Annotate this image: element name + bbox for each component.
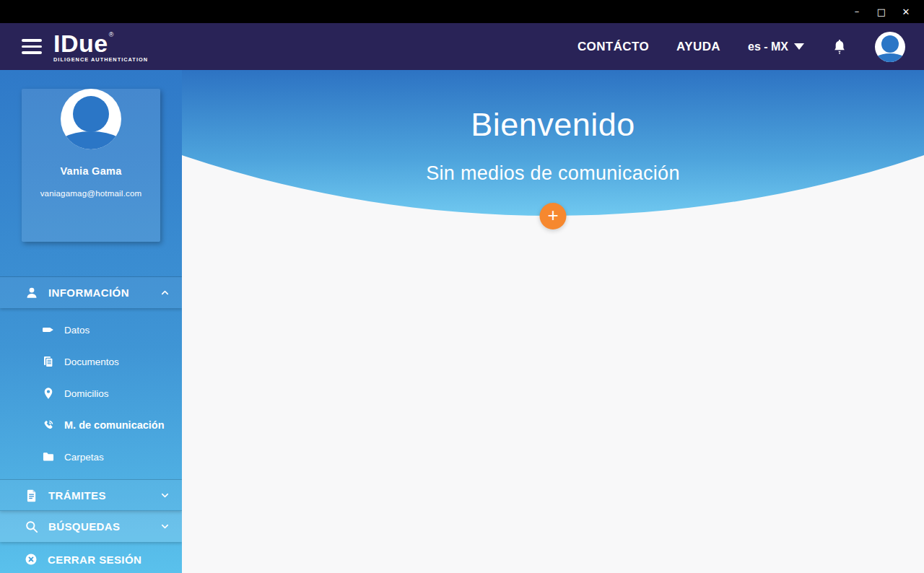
document-icon	[25, 489, 39, 503]
registered-mark: ®	[109, 32, 114, 38]
item-label: Documentos	[64, 357, 119, 367]
empty-state-message: Sin medios de comunicación	[182, 162, 924, 185]
item-label: Datos	[64, 325, 90, 336]
page-title: Bienvenido	[182, 70, 924, 144]
sidebar-item-medios-comunicacion[interactable]: M. de comunicación	[0, 409, 182, 441]
sidebar-section-busquedas[interactable]: BÚSQUEDAS	[0, 511, 182, 542]
chevron-up-icon	[160, 287, 170, 298]
close-circle-icon	[25, 553, 38, 566]
bell-icon[interactable]	[832, 38, 847, 56]
language-value: es - MX	[748, 40, 788, 53]
close-button[interactable]: ✕	[897, 2, 915, 21]
content-area: Vania Gama vaniagamag@hotmail.com INFORM…	[0, 70, 924, 573]
language-selector[interactable]: es - MX	[748, 40, 804, 53]
nav-contact-link[interactable]: CONTÁCTO	[578, 40, 649, 54]
section-label: TRÁMITES	[48, 489, 106, 502]
logout-label: CERRAR SESIÓN	[48, 554, 141, 566]
hamburger-menu-icon[interactable]	[22, 39, 42, 53]
folder-icon	[42, 450, 55, 463]
phone-call-icon	[42, 419, 55, 432]
avatar-body-icon	[61, 131, 121, 149]
logout-button[interactable]: CERRAR SESIÓN	[0, 543, 182, 573]
section-label: BÚSQUEDAS	[48, 520, 120, 533]
item-label: Carpetas	[64, 452, 104, 463]
avatar-head-icon	[881, 35, 899, 53]
item-label: M. de comunicación	[64, 419, 165, 431]
profile-avatar	[61, 89, 121, 149]
os-titlebar: – □ ✕	[0, 0, 924, 23]
item-label: Domicilios	[64, 388, 109, 399]
avatar-head-icon	[73, 96, 109, 132]
sidebar-item-documentos[interactable]: Documentos	[0, 346, 182, 377]
sidebar-section-informacion[interactable]: INFORMACIÓN	[0, 277, 182, 308]
app-header: IDue ® DILIGENCE AUTHENTICATION CONTÁCTO…	[0, 23, 924, 70]
header-left: IDue ® DILIGENCE AUTHENTICATION	[0, 31, 148, 62]
sidebar-item-domicilios[interactable]: Domicilios	[0, 377, 182, 409]
chevron-down-icon	[160, 490, 170, 501]
profile-card: Vania Gama vaniagamag@hotmail.com	[22, 89, 160, 242]
main-panel: Bienvenido Sin medios de comunicación +	[182, 70, 924, 573]
chevron-down-icon	[794, 43, 804, 50]
nav-help-link[interactable]: AYUDA	[676, 40, 720, 54]
profile-email: vaniagamag@hotmail.com	[22, 189, 160, 198]
logo-text: IDue	[53, 31, 108, 56]
person-icon	[25, 286, 39, 300]
search-icon	[25, 520, 39, 534]
location-pin-icon	[42, 387, 55, 400]
header-nav: CONTÁCTO AYUDA es - MX	[578, 32, 924, 62]
profile-name: Vania Gama	[22, 165, 160, 177]
sidebar: Vania Gama vaniagamag@hotmail.com INFORM…	[0, 70, 182, 573]
sidebar-section-tramites[interactable]: TRÁMITES	[0, 480, 182, 511]
account-avatar[interactable]	[875, 32, 905, 62]
maximize-button[interactable]: □	[872, 2, 891, 21]
informacion-items: Datos Documentos	[0, 308, 182, 480]
app-logo[interactable]: IDue ® DILIGENCE AUTHENTICATION	[53, 31, 148, 62]
sidebar-item-datos[interactable]: Datos	[0, 314, 182, 346]
minimize-button[interactable]: –	[847, 2, 866, 21]
chevron-down-icon	[160, 521, 170, 532]
sidebar-item-carpetas[interactable]: Carpetas	[0, 441, 182, 473]
tag-icon	[42, 323, 55, 336]
section-label: INFORMACIÓN	[48, 286, 129, 299]
avatar-body-icon	[875, 53, 905, 62]
welcome-hero: Bienvenido Sin medios de comunicación	[182, 70, 924, 216]
add-communication-button[interactable]: +	[540, 203, 567, 229]
logo-subtitle: DILIGENCE AUTHENTICATION	[53, 57, 148, 62]
window-controls: – □ ✕	[847, 2, 924, 21]
documents-icon	[42, 355, 55, 368]
sidebar-nav: INFORMACIÓN Datos	[0, 277, 182, 573]
